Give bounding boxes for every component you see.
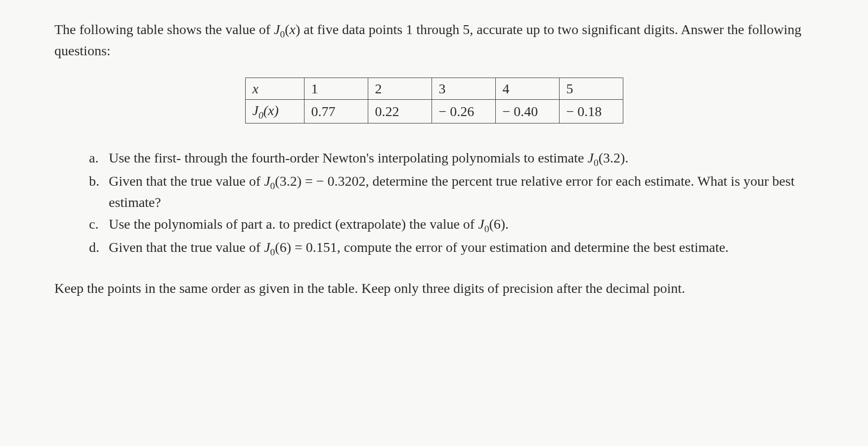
item-text: Use the first- through the fourth-order … bbox=[109, 150, 628, 165]
cell: 2 bbox=[368, 78, 432, 100]
item-text: Given that the true value of J0(6) = 0.1… bbox=[109, 240, 729, 255]
cell: 0.77 bbox=[304, 100, 368, 123]
table-row: J0(x) 0.77 0.22 − 0.26 − 0.40 − 0.18 bbox=[245, 100, 623, 123]
item-marker: a. bbox=[89, 148, 98, 167]
item-text: Given that the true value of J0(3.2) = −… bbox=[109, 173, 794, 210]
cell: 4 bbox=[495, 78, 559, 100]
list-item: a. Use the first- through the fourth-ord… bbox=[89, 148, 814, 169]
item-marker: c. bbox=[89, 214, 98, 234]
footer-note: Keep the points in the same order as giv… bbox=[54, 279, 814, 298]
cell: 0.22 bbox=[368, 100, 432, 123]
list-item: d. Given that the true value of J0(6) = … bbox=[89, 238, 814, 259]
list-item: c. Use the polynomials of part a. to pre… bbox=[89, 214, 814, 236]
table-container: x 1 2 3 4 5 J0(x) 0.77 0.22 − 0.26 − 0.4… bbox=[54, 78, 814, 123]
item-marker: d. bbox=[89, 238, 99, 257]
cell: − 0.18 bbox=[559, 100, 623, 123]
data-table: x 1 2 3 4 5 J0(x) 0.77 0.22 − 0.26 − 0.4… bbox=[245, 78, 623, 123]
cell: − 0.40 bbox=[495, 100, 559, 123]
cell: 1 bbox=[304, 78, 368, 100]
table-row: x 1 2 3 4 5 bbox=[245, 78, 623, 100]
row-header-j0x: J0(x) bbox=[245, 100, 304, 123]
question-list: a. Use the first- through the fourth-ord… bbox=[54, 148, 814, 258]
cell: 3 bbox=[432, 78, 495, 100]
item-text: Use the polynomials of part a. to predic… bbox=[109, 216, 509, 232]
cell: 5 bbox=[559, 78, 623, 100]
row-header-x: x bbox=[245, 78, 304, 100]
list-item: b. Given that the true value of J0(3.2) … bbox=[89, 171, 814, 212]
item-marker: b. bbox=[89, 171, 99, 191]
intro-text: The following table shows the value of J… bbox=[54, 20, 814, 60]
cell: − 0.26 bbox=[432, 100, 495, 123]
